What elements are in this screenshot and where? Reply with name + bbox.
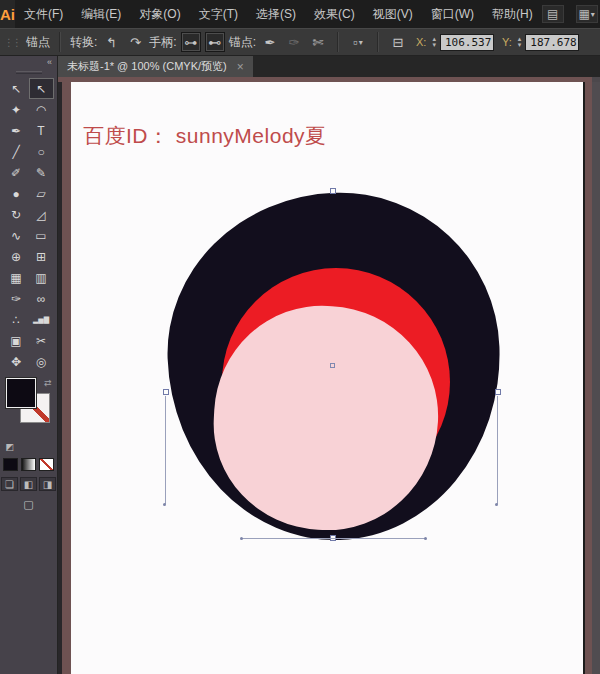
bezier-handle-end[interactable] [495, 503, 498, 506]
constrain-icon[interactable]: ⊟ [388, 32, 408, 52]
width-icon: ∿ [11, 229, 21, 243]
tools-panel: « ↖ ↖ ✦ ◠ ✒ T ╱ ○ ✐ ✎ ● ▱ ↻ ◿ ∿ ▭ ⊕ ⊞ ▦ … [0, 56, 58, 674]
blob-brush-icon: ● [12, 187, 19, 201]
x-coordinate-field[interactable]: 106.537 [440, 34, 494, 51]
draw-inside-mode-button[interactable]: ◨ [39, 477, 56, 491]
drawing-mode-buttons: ❏ ◧ ◨ [0, 477, 57, 491]
menu-effect[interactable]: 效果(C) [305, 0, 364, 28]
symbol-sprayer-tool[interactable]: ∴ [4, 309, 29, 330]
free-transform-tool[interactable]: ▭ [29, 225, 54, 246]
magic-wand-tool[interactable]: ✦ [4, 99, 29, 120]
menu-type[interactable]: 文字(T) [190, 0, 247, 28]
pen-tool[interactable]: ✒ [4, 120, 29, 141]
panel-grip[interactable]: ⋮⋮ [4, 37, 20, 48]
none-button[interactable] [39, 458, 54, 471]
type-tool[interactable]: T [29, 120, 54, 141]
collapse-panel-button[interactable]: « [0, 56, 57, 68]
remove-anchor-icon[interactable]: ✑ [284, 32, 304, 52]
lasso-tool[interactable]: ◠ [29, 99, 54, 120]
y-coordinate-field[interactable]: 187.678 [525, 34, 579, 51]
x-stepper[interactable]: ▴ ▾ [432, 36, 436, 48]
bezier-handle-end[interactable] [240, 537, 243, 540]
selection-tool[interactable]: ↖ [4, 78, 29, 99]
fill-stroke-group: ⇄ ◩ [6, 378, 52, 442]
convert-to-corner-icon[interactable]: ↰ [101, 32, 121, 52]
pencil-tool[interactable]: ✎ [29, 162, 54, 183]
menu-edit[interactable]: 编辑(E) [72, 0, 130, 28]
hide-handles-icon[interactable]: ⊷ [205, 32, 225, 52]
slice-tool[interactable]: ✂ [29, 330, 54, 351]
isolate-selection-icon[interactable]: ▫ ▾ [348, 32, 368, 52]
menu-file[interactable]: 文件(F) [15, 0, 72, 28]
workspace-switcher[interactable]: ▦ ▾ [576, 5, 598, 23]
document-icon[interactable]: ▤ [542, 5, 564, 23]
add-anchor-icon[interactable]: ✒ [260, 32, 280, 52]
convert-label: 转换: [70, 34, 97, 51]
eyedropper-tool[interactable]: ✑ [4, 288, 29, 309]
bezier-handle-line-right [497, 396, 498, 504]
bezier-handle-end[interactable] [424, 537, 427, 540]
rotate-tool[interactable]: ↻ [4, 204, 29, 225]
perspective-grid-tool[interactable]: ⊞ [29, 246, 54, 267]
menu-object[interactable]: 对象(O) [130, 0, 189, 28]
convert-to-smooth-icon[interactable]: ↷ [125, 32, 145, 52]
ellipse-tool[interactable]: ○ [29, 141, 54, 162]
tool-grid: ↖ ↖ ✦ ◠ ✒ T ╱ ○ ✐ ✎ ● ▱ ↻ ◿ ∿ ▭ ⊕ ⊞ ▦ ▥ … [0, 78, 57, 372]
scale-tool[interactable]: ◿ [29, 204, 54, 225]
draw-normal-mode-button[interactable]: ❏ [1, 477, 18, 491]
hand-tool[interactable]: ✥ [4, 351, 29, 372]
separator [377, 32, 379, 52]
screen-mode-button[interactable]: ▢ [19, 498, 39, 512]
spin-down-icon[interactable]: ▾ [518, 42, 522, 48]
line-tool[interactable]: ╱ [4, 141, 29, 162]
separator [337, 32, 339, 52]
document-tab[interactable]: 未标题-1* @ 100% (CMYK/预览) × [58, 56, 253, 77]
slice-icon: ✂ [36, 334, 46, 348]
shape-builder-icon: ⊕ [11, 250, 21, 264]
anchor-point-top[interactable] [330, 188, 336, 194]
cut-path-icon[interactable]: ✄ [308, 32, 328, 52]
menu-help[interactable]: 帮助(H) [483, 0, 542, 28]
paintbrush-tool[interactable]: ✐ [4, 162, 29, 183]
bezier-handle-end[interactable] [163, 503, 166, 506]
zoom-tool[interactable]: ◎ [29, 351, 54, 372]
gradient-button[interactable] [21, 458, 36, 471]
lasso-icon: ◠ [36, 103, 46, 117]
object-center-point[interactable] [330, 363, 335, 368]
menu-select[interactable]: 选择(S) [247, 0, 305, 28]
artboard[interactable]: 百度ID： sunnyMelody夏 [71, 82, 583, 674]
anchor-point-left[interactable] [163, 389, 169, 395]
column-graph-tool[interactable]: ▂▅▇ [29, 309, 54, 330]
anchor-point-right[interactable] [495, 389, 501, 395]
canvas-frame-right [585, 82, 592, 674]
show-handles-icon[interactable]: ⊶ [181, 32, 201, 52]
caption-text[interactable]: 百度ID： sunnyMelody夏 [83, 122, 327, 150]
close-icon[interactable]: × [237, 60, 244, 74]
y-stepper[interactable]: ▴ ▾ [518, 36, 522, 48]
fill-swatch[interactable] [6, 378, 36, 408]
free-transform-icon: ▭ [35, 229, 46, 243]
anchor-point-label: 锚点 [26, 34, 50, 51]
handles-label: 手柄: [149, 34, 176, 51]
spin-down-icon[interactable]: ▾ [432, 42, 436, 48]
blend-tool[interactable]: ∞ [29, 288, 54, 309]
default-fill-stroke-icon[interactable]: ◩ [6, 442, 15, 452]
gradient-tool[interactable]: ▥ [29, 267, 54, 288]
artboard-tool[interactable]: ▣ [4, 330, 29, 351]
draw-behind-mode-button[interactable]: ◧ [20, 477, 37, 491]
column-graph-icon: ▂▅▇ [33, 316, 49, 324]
mesh-tool[interactable]: ▦ [4, 267, 29, 288]
direct-selection-tool[interactable]: ↖ [29, 78, 54, 99]
eraser-tool[interactable]: ▱ [29, 183, 54, 204]
width-tool[interactable]: ∿ [4, 225, 29, 246]
panel-drag-grip[interactable] [16, 71, 42, 74]
blend-icon: ∞ [37, 292, 46, 306]
shape-builder-tool[interactable]: ⊕ [4, 246, 29, 267]
color-button[interactable] [3, 458, 18, 471]
menu-view[interactable]: 视图(V) [364, 0, 422, 28]
menu-window[interactable]: 窗口(W) [422, 0, 483, 28]
anchor-group-label: 锚点: [229, 34, 256, 51]
blob-brush-tool[interactable]: ● [4, 183, 29, 204]
swap-fill-stroke-icon[interactable]: ⇄ [44, 378, 52, 388]
paintbrush-icon: ✐ [11, 166, 21, 180]
